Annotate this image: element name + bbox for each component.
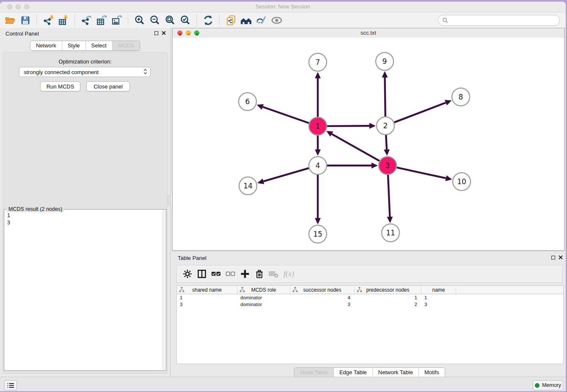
graph-edge-arrowhead — [315, 72, 321, 78]
column-type-icon — [292, 287, 298, 292]
graph-edge-arrowhead — [387, 217, 393, 223]
table-settings-gear-icon[interactable] — [181, 268, 194, 280]
column-header-shared-name[interactable]: shared name — [177, 286, 237, 294]
zoom-in-icon[interactable] — [133, 14, 146, 27]
network-canvas[interactable]: 7968124314101511 — [173, 38, 564, 250]
table-panel-title: Table Panel — [178, 255, 206, 261]
deselect-all-rows-icon[interactable] — [224, 268, 237, 280]
zoom-out-icon[interactable] — [149, 14, 161, 27]
export-table-icon[interactable] — [95, 14, 108, 27]
column-header-label: predecessor nodes — [366, 287, 409, 293]
table-cell[interactable]: 3 — [421, 302, 456, 307]
table-cell[interactable]: 4 — [290, 295, 355, 300]
table-panel-header: Table Panel — [172, 252, 566, 263]
close-network-icon[interactable] — [177, 30, 182, 36]
graph-node-label: 6 — [245, 97, 250, 106]
add-column-icon[interactable] — [239, 268, 251, 280]
table-cell[interactable]: 1 — [421, 295, 456, 300]
zoom-fit-icon[interactable] — [164, 14, 176, 27]
graph-edge[interactable] — [263, 107, 309, 123]
cyndex-houses-icon[interactable] — [240, 14, 253, 27]
column-header-name[interactable]: name — [421, 286, 456, 294]
graph-edge[interactable] — [394, 103, 446, 123]
graph-edge[interactable] — [263, 168, 308, 181]
graph-edge[interactable] — [386, 135, 387, 149]
save-session-icon[interactable] — [19, 14, 32, 27]
zoom-selected-icon[interactable] — [179, 14, 192, 27]
tab-motifs[interactable]: Motifs — [418, 368, 445, 377]
run-mcds-button[interactable]: Run MCDS — [40, 81, 80, 91]
import-network-icon[interactable] — [42, 14, 55, 27]
memory-button[interactable]: Memory — [533, 380, 563, 390]
main-toolbar — [0, 12, 566, 28]
tab-network[interactable]: Network — [30, 41, 62, 50]
graph-edge[interactable] — [388, 175, 390, 217]
tab-edge-table[interactable]: Edge Table — [333, 368, 372, 377]
minimize-network-icon[interactable] — [186, 30, 191, 36]
graph-edge[interactable] — [332, 134, 380, 161]
minimize-window-icon[interactable] — [16, 4, 21, 9]
column-header-MCDS-role[interactable]: MCDS role — [237, 286, 290, 294]
graph-edge[interactable] — [396, 168, 446, 178]
export-image-icon[interactable] — [110, 14, 123, 27]
tab-style[interactable]: Style — [62, 41, 85, 50]
node-table[interactable]: shared nameMCDS rolesuccessor nodesprede… — [176, 285, 564, 364]
search-input[interactable] — [451, 17, 559, 24]
show-columns-icon[interactable] — [195, 268, 208, 280]
table-cell[interactable]: 3 — [290, 302, 355, 307]
table-cell[interactable]: dominator — [237, 302, 290, 307]
toolbar-separator — [36, 14, 37, 26]
float-table-panel-icon[interactable] — [551, 256, 555, 259]
result-scrollbar[interactable] — [162, 210, 165, 370]
float-panel-icon[interactable] — [154, 31, 158, 35]
mcds-result-text[interactable]: 1 3 — [7, 212, 10, 226]
task-history-button[interactable] — [4, 380, 17, 390]
tab-node-table[interactable]: Node Table — [295, 368, 333, 377]
close-table-panel-icon[interactable] — [559, 255, 563, 259]
table-row[interactable]: 3dominator323 — [177, 301, 563, 308]
export-network-icon[interactable] — [80, 14, 93, 27]
delete-row-trash-icon[interactable] — [253, 268, 266, 280]
close-panel-icon[interactable] — [162, 31, 166, 35]
graph-edge[interactable] — [327, 126, 369, 126]
refresh-icon[interactable] — [202, 14, 215, 27]
graph-node-label: 3 — [385, 161, 390, 170]
zoom-window-icon[interactable] — [24, 4, 29, 9]
toolbar-separator — [219, 14, 220, 26]
control-panel-tabs: Network Style Select MCDS — [0, 41, 170, 51]
table-cell[interactable]: 1 — [177, 295, 237, 300]
tab-select[interactable]: Select — [85, 41, 112, 50]
maximize-network-icon[interactable] — [194, 30, 199, 36]
task-list-icon — [7, 383, 14, 388]
network-window-titlebar[interactable]: scc.txt — [173, 28, 564, 38]
column-header-predecessor-nodes[interactable]: predecessor nodes — [355, 286, 421, 294]
toolbar-separator — [74, 14, 75, 26]
graph-edge-arrowhead — [315, 218, 321, 224]
column-header-successor-nodes[interactable]: successor nodes — [290, 286, 355, 294]
graph-node-label: 9 — [383, 57, 387, 66]
graph-edge[interactable] — [385, 77, 385, 116]
table-row[interactable]: 1dominator411 — [177, 294, 563, 301]
table-cell[interactable]: 2 — [355, 302, 421, 307]
hide-graphics-details-icon[interactable] — [255, 14, 268, 27]
table-cell[interactable]: 1 — [355, 295, 421, 300]
pane-divider-grip[interactable] — [168, 196, 171, 205]
optimization-criterion-select[interactable]: strongly connected component — [19, 67, 151, 77]
close-window-icon[interactable] — [7, 4, 12, 9]
import-table-icon[interactable] — [57, 14, 70, 27]
table-cell[interactable]: 3 — [177, 302, 237, 307]
network-graph: 7968124314101511 — [173, 38, 564, 250]
show-graphics-details-icon[interactable] — [270, 14, 283, 27]
select-all-rows-icon[interactable] — [210, 268, 223, 280]
open-file-icon[interactable] — [4, 14, 17, 27]
graph-node-label: 10 — [457, 177, 466, 186]
clone-network-icon[interactable] — [225, 14, 237, 27]
search-box[interactable] — [438, 15, 560, 26]
table-cell[interactable]: dominator — [237, 295, 290, 300]
tab-network-table[interactable]: Network Table — [372, 368, 418, 377]
graph-node-label: 8 — [459, 93, 463, 101]
tab-mcds[interactable]: MCDS — [112, 41, 140, 50]
graph-node-label: 15 — [313, 230, 322, 238]
close-panel-button[interactable]: Close panel — [86, 81, 130, 91]
toolbar-separator — [128, 14, 129, 26]
